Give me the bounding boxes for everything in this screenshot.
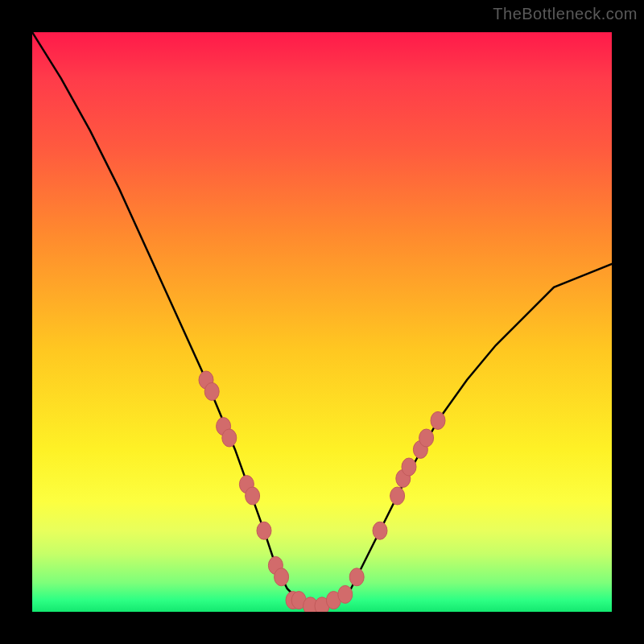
data-marker bbox=[431, 411, 445, 429]
data-marker bbox=[390, 487, 405, 505]
data-marker bbox=[275, 568, 289, 586]
data-marker bbox=[338, 585, 353, 603]
watermark-text: TheBottleneck.com bbox=[493, 5, 638, 23]
data-marker bbox=[402, 458, 416, 476]
chart-plot-area bbox=[32, 32, 612, 612]
data-marker bbox=[349, 568, 364, 586]
bottleneck-curve bbox=[32, 32, 612, 606]
chart-svg bbox=[32, 32, 612, 612]
data-marker bbox=[204, 382, 219, 400]
data-marker bbox=[257, 522, 271, 539]
data-marker bbox=[222, 429, 237, 447]
data-marker bbox=[373, 522, 387, 539]
data-marker bbox=[419, 429, 434, 447]
data-marker bbox=[246, 487, 260, 505]
